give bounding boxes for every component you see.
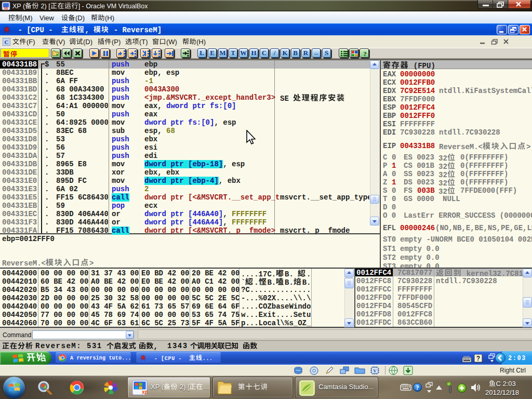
svg-text:xp: xp xyxy=(142,389,148,395)
svg-text:?: ? xyxy=(476,355,480,362)
svg-text:C: C xyxy=(5,39,9,45)
svg-text:?: ? xyxy=(363,50,367,58)
svg-text:xp: xp xyxy=(4,6,8,10)
svg-text:V: V xyxy=(373,368,377,374)
